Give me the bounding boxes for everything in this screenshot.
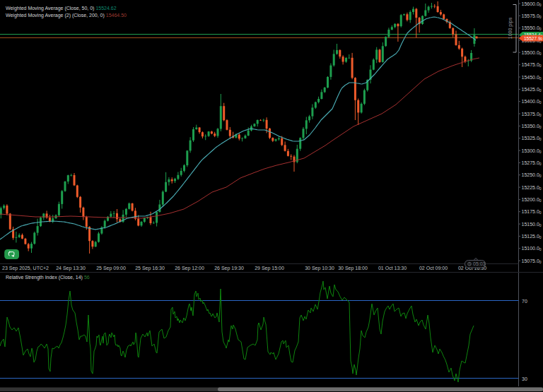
svg-text:15325.00: 15325.00 xyxy=(522,136,542,141)
svg-text:15550.00: 15550.00 xyxy=(522,25,542,31)
svg-text:15527.90: 15527.90 xyxy=(524,36,543,42)
svg-text:01 Oct 13:30: 01 Oct 13:30 xyxy=(378,266,407,271)
svg-text:15250.00: 15250.00 xyxy=(522,172,542,178)
svg-text:24 Sep 13:30: 24 Sep 13:30 xyxy=(56,266,86,271)
svg-text:15150.00: 15150.00 xyxy=(522,222,542,227)
svg-text:15300.00: 15300.00 xyxy=(522,148,542,154)
svg-text:15350.00: 15350.00 xyxy=(522,124,542,129)
svg-text:15275.00: 15275.00 xyxy=(522,160,542,166)
svg-text:30 Sep 18:00: 30 Sep 18:00 xyxy=(338,266,368,271)
svg-text:15100.00: 15100.00 xyxy=(522,246,542,251)
svg-text:25 Sep 09:00: 25 Sep 09:00 xyxy=(96,266,126,271)
svg-text:15400.00: 15400.00 xyxy=(522,99,542,105)
svg-text:1000 pips: 1000 pips xyxy=(508,17,513,39)
svg-text:15125.00: 15125.00 xyxy=(522,234,542,239)
svg-text:15425.00: 15425.00 xyxy=(522,87,542,93)
svg-text:23 Sep 2025, UTC+2: 23 Sep 2025, UTC+2 xyxy=(2,266,49,271)
svg-text:15500.00: 15500.00 xyxy=(522,50,542,56)
svg-text:Weighted Moving Average (2) (C: Weighted Moving Average (2) (Close, 200,… xyxy=(6,13,127,18)
svg-text:Weighted Moving Average (Close: Weighted Moving Average (Close, 50, 0) 1… xyxy=(6,6,117,11)
svg-text:15200.00: 15200.00 xyxy=(522,197,542,203)
svg-text:15600.00: 15600.00 xyxy=(522,1,542,7)
svg-text:15075.00: 15075.00 xyxy=(522,259,542,264)
svg-text:15475.00: 15475.00 xyxy=(522,62,542,68)
svg-text:15225.00: 15225.00 xyxy=(522,185,542,191)
svg-text:15175.00: 15175.00 xyxy=(522,209,542,215)
svg-text:15450.00: 15450.00 xyxy=(522,75,542,81)
svg-text:15575.00: 15575.00 xyxy=(522,13,542,19)
svg-text:26 Sep 19:30: 26 Sep 19:30 xyxy=(214,266,244,271)
svg-text:29 Sep 15:00: 29 Sep 15:00 xyxy=(255,266,284,271)
svg-text:30 Sep 10:30: 30 Sep 10:30 xyxy=(305,266,334,271)
svg-text:Relative Strength Index (Close: Relative Strength Index (Close, 14) 56 xyxy=(6,275,90,280)
svg-text:70: 70 xyxy=(522,299,527,304)
svg-text:25 Sep 16:30: 25 Sep 16:30 xyxy=(135,266,165,271)
svg-text:26 Sep 12:00: 26 Sep 12:00 xyxy=(175,266,204,271)
svg-text:02 Oct 09:00: 02 Oct 09:00 xyxy=(419,266,448,271)
svg-text:05:03: 05:03 xyxy=(473,261,486,266)
svg-text:15375.00: 15375.00 xyxy=(522,112,542,117)
svg-text:30: 30 xyxy=(522,376,527,381)
